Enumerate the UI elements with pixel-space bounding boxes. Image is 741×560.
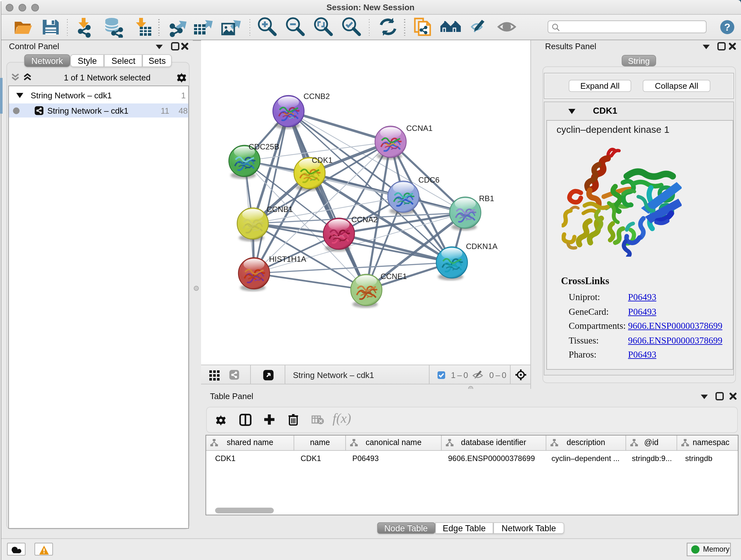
svg-text:CCNB2: CCNB2 (303, 92, 330, 101)
svg-text:CCNA1: CCNA1 (406, 124, 432, 132)
svg-text:CDC6: CDC6 (418, 176, 439, 184)
svg-text:?: ? (724, 21, 731, 33)
svg-text:HIST1H1A: HIST1H1A (269, 255, 306, 263)
svg-text:CDKN1A: CDKN1A (466, 242, 497, 251)
svg-text:CCNA2: CCNA2 (351, 215, 378, 224)
svg-text:CCNE1: CCNE1 (380, 272, 407, 281)
svg-text:CDK1: CDK1 (312, 156, 332, 165)
svg-text:CCNB1: CCNB1 (266, 205, 293, 213)
svg-text:RB1: RB1 (479, 194, 494, 203)
svg-text:CDC25B: CDC25B (248, 142, 279, 151)
